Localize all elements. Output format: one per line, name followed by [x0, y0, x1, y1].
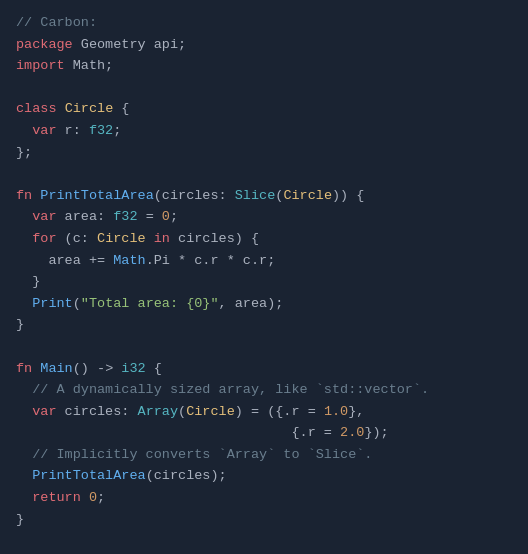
code-line-4	[16, 77, 512, 99]
code-line-21: // Implicitly converts `Array` to `Slice…	[16, 444, 512, 466]
code-line-18: // A dynamically sized array, like `std:…	[16, 379, 512, 401]
code-line-13: }	[16, 271, 512, 293]
code-line-5: class Circle {	[16, 98, 512, 120]
code-editor: // Carbon: package Geometry api; import …	[0, 0, 528, 554]
code-line-20: {.r = 2.0});	[16, 422, 512, 444]
code-line-9: fn PrintTotalArea(circles: Slice(Circle)…	[16, 185, 512, 207]
code-line-11: for (c: Circle in circles) {	[16, 228, 512, 250]
code-line-2: package Geometry api;	[16, 34, 512, 56]
code-line-7: };	[16, 142, 512, 164]
code-line-8	[16, 163, 512, 185]
code-line-6: var r: f32;	[16, 120, 512, 142]
code-line-15: }	[16, 314, 512, 336]
code-line-17: fn Main() -> i32 {	[16, 358, 512, 380]
code-line-24: }	[16, 509, 512, 531]
code-line-16	[16, 336, 512, 358]
code-line-23: return 0;	[16, 487, 512, 509]
code-line-19: var circles: Array(Circle) = ({.r = 1.0}…	[16, 401, 512, 423]
code-line-3: import Math;	[16, 55, 512, 77]
code-line-12: area += Math.Pi * c.r * c.r;	[16, 250, 512, 272]
code-line-1: // Carbon:	[16, 12, 512, 34]
code-line-10: var area: f32 = 0;	[16, 206, 512, 228]
code-line-22: PrintTotalArea(circles);	[16, 465, 512, 487]
code-line-14: Print("Total area: {0}", area);	[16, 293, 512, 315]
